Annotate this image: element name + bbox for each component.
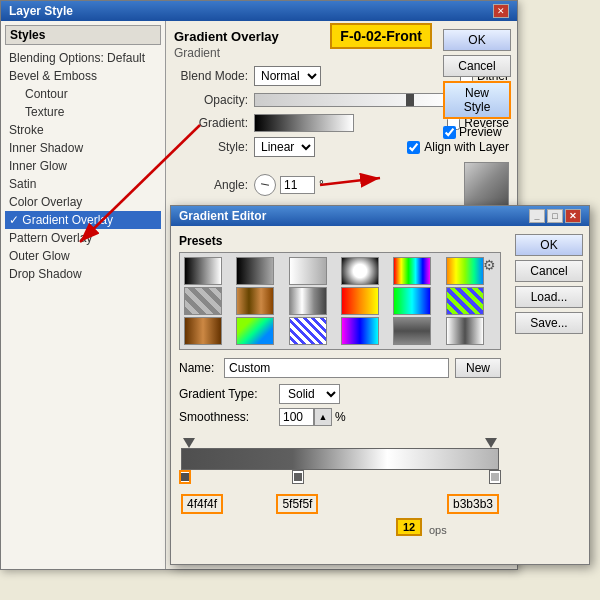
preset-2-4[interactable] bbox=[341, 317, 379, 345]
gear-icon[interactable]: ⚙ bbox=[483, 257, 496, 273]
color-stop-100[interactable] bbox=[489, 470, 501, 484]
ge-cancel-button[interactable]: Cancel bbox=[515, 260, 583, 282]
preset-2-5[interactable] bbox=[393, 317, 431, 345]
styles-panel: Styles Blending Options: Default Bevel &… bbox=[1, 21, 166, 569]
blend-mode-select[interactable]: Normal Multiply Screen bbox=[254, 66, 321, 86]
color-stop-100-swatch bbox=[491, 473, 499, 481]
gradient-preview[interactable] bbox=[254, 114, 354, 132]
preview-row: Preview bbox=[443, 125, 511, 139]
preset-checker[interactable] bbox=[184, 287, 222, 315]
gradient-label: Gradient: bbox=[174, 116, 254, 130]
preset-stripes[interactable] bbox=[446, 287, 484, 315]
gradient-editor-body: Presets ⚙ bbox=[171, 226, 589, 564]
ge-load-button[interactable]: Load... bbox=[515, 286, 583, 308]
align-checkbox[interactable] bbox=[407, 141, 420, 154]
preset-2-2[interactable] bbox=[236, 317, 274, 345]
preset-2-3[interactable] bbox=[289, 317, 327, 345]
sidebar-item-texture[interactable]: Texture bbox=[5, 103, 161, 121]
opacity-thumb[interactable] bbox=[406, 94, 414, 106]
smoothness-row: Smoothness: ▲ % bbox=[179, 408, 501, 426]
color-tag-left-value: 4f4f4f bbox=[187, 497, 217, 511]
annotation-label: F-0-02-Front bbox=[330, 23, 432, 49]
blend-mode-label: Blend Mode: bbox=[174, 69, 254, 83]
smoothness-unit: % bbox=[335, 410, 346, 424]
stop-top-left[interactable] bbox=[183, 438, 195, 448]
sidebar-item-bevel[interactable]: Bevel & Emboss bbox=[5, 67, 161, 85]
opacity-slider[interactable] bbox=[254, 93, 455, 107]
preset-black-white[interactable] bbox=[184, 257, 222, 285]
preset-rgb2[interactable] bbox=[393, 287, 431, 315]
color-tag-left[interactable]: 4f4f4f bbox=[181, 494, 223, 514]
gradient-editor-window: Gradient Editor _ □ ✕ Presets ⚙ bbox=[170, 205, 590, 565]
gradient-type-select[interactable]: Solid Noise bbox=[279, 384, 340, 404]
blending-options[interactable]: Blending Options: Default bbox=[5, 49, 161, 67]
sidebar-item-inner-shadow[interactable]: Inner Shadow bbox=[5, 139, 161, 157]
gradient-type-row: Gradient Type: Solid Noise bbox=[179, 384, 501, 404]
angle-dial[interactable] bbox=[254, 174, 276, 196]
preset-2-1[interactable] bbox=[184, 317, 222, 345]
ok-button[interactable]: OK bbox=[443, 29, 511, 51]
angle-label: Angle: bbox=[174, 178, 254, 192]
action-buttons: OK Cancel New Style Preview bbox=[437, 21, 517, 147]
color-tag-mid[interactable]: 5f5f5f bbox=[276, 494, 318, 514]
sidebar-item-inner-glow[interactable]: Inner Glow bbox=[5, 157, 161, 175]
preset-copper[interactable] bbox=[236, 287, 274, 315]
gradient-type-label: Gradient Type: bbox=[179, 387, 279, 401]
sidebar-item-drop-shadow[interactable]: Drop Shadow bbox=[5, 265, 161, 283]
preview-label: Preview bbox=[459, 125, 502, 139]
cancel-button[interactable]: Cancel bbox=[443, 55, 511, 77]
color-stop-0[interactable] bbox=[179, 470, 191, 484]
color-tag-right-value: b3b3b3 bbox=[453, 497, 493, 511]
gradient-bar-area bbox=[181, 434, 499, 486]
preset-rgb1[interactable] bbox=[341, 287, 379, 315]
stop-top-right[interactable] bbox=[485, 438, 497, 448]
ge-close-button[interactable]: ✕ bbox=[565, 209, 581, 223]
top-stops-container bbox=[181, 434, 499, 448]
new-button[interactable]: New bbox=[455, 358, 501, 378]
smoothness-up-button[interactable]: ▲ bbox=[314, 408, 332, 426]
sidebar-item-stroke[interactable]: Stroke bbox=[5, 121, 161, 139]
main-title-bar: Layer Style ✕ bbox=[1, 1, 517, 21]
sidebar-item-color-overlay[interactable]: Color Overlay bbox=[5, 193, 161, 211]
preset-spectrum2[interactable] bbox=[446, 257, 484, 285]
name-input[interactable] bbox=[224, 358, 449, 378]
presets-grid-2 bbox=[184, 317, 496, 345]
preset-2-6[interactable] bbox=[446, 317, 484, 345]
color-tag-mid-value: 5f5f5f bbox=[282, 497, 312, 511]
sidebar-item-outer-glow[interactable]: Outer Glow bbox=[5, 247, 161, 265]
color-tags-row: 4f4f4f 5f5f5f b3b3b3 bbox=[181, 494, 499, 516]
sidebar-item-contour[interactable]: Contour bbox=[5, 85, 161, 103]
styles-header: Styles bbox=[5, 25, 161, 45]
main-close-button[interactable]: ✕ bbox=[493, 4, 509, 18]
angle-row: Angle: ° bbox=[174, 162, 509, 207]
presets-title: Presets bbox=[179, 234, 501, 248]
color-tag-right[interactable]: b3b3b3 bbox=[447, 494, 499, 514]
sidebar-item-pattern-overlay[interactable]: Pattern Overlay bbox=[5, 229, 161, 247]
preset-radial[interactable] bbox=[341, 257, 379, 285]
preset-spectrum1[interactable] bbox=[393, 257, 431, 285]
new-style-button[interactable]: New Style bbox=[443, 81, 511, 119]
smoothness-input[interactable] bbox=[279, 408, 314, 426]
sidebar-item-satin[interactable]: Satin bbox=[5, 175, 161, 193]
sidebar-item-gradient-overlay[interactable]: ✓ Gradient Overlay bbox=[5, 211, 161, 229]
preset-chrome[interactable] bbox=[289, 287, 327, 315]
preset-black-transparent[interactable] bbox=[236, 257, 274, 285]
ge-save-button[interactable]: Save... bbox=[515, 312, 583, 334]
color-stop-35[interactable] bbox=[292, 470, 304, 484]
style-select[interactable]: Linear Radial bbox=[254, 137, 315, 157]
style-label: Style: bbox=[174, 140, 254, 154]
style-control: Linear Radial bbox=[254, 137, 399, 157]
angle-preview bbox=[464, 162, 509, 207]
ge-minimize-button[interactable]: _ bbox=[529, 209, 545, 223]
gradient-color-bar[interactable] bbox=[181, 448, 499, 470]
angle-input[interactable] bbox=[280, 176, 315, 194]
ge-ok-button[interactable]: OK bbox=[515, 234, 583, 256]
ge-maximize-button[interactable]: □ bbox=[547, 209, 563, 223]
preset-white-transparent[interactable] bbox=[289, 257, 327, 285]
gradient-control bbox=[254, 114, 439, 132]
ops-label: ops bbox=[429, 524, 447, 536]
name-label: Name: bbox=[179, 361, 224, 375]
main-window-title: Layer Style bbox=[9, 4, 73, 18]
opacity-label: Opacity: bbox=[174, 93, 254, 107]
preview-checkbox[interactable] bbox=[443, 126, 456, 139]
